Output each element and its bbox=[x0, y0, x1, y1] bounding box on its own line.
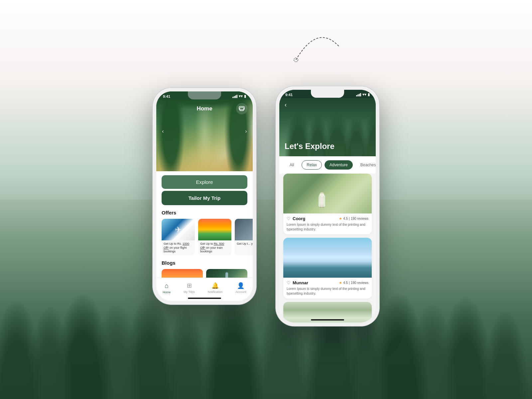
dest-info-munnar: ♡ Munnar ★ 4.5 | 190 reviews Lorem Ipsum… bbox=[283, 278, 372, 299]
phone-1-screen: 9:41 ▾▾ ▮ bbox=[156, 91, 253, 301]
dest-card-munnar: ♡ Munnar ★ 4.5 | 190 reviews Lorem Ipsum… bbox=[283, 238, 372, 299]
nav-item-notification[interactable]: 🔔 Notification bbox=[208, 282, 223, 294]
dashed-arrow bbox=[293, 27, 342, 66]
battery-icon-p1: ▮ bbox=[244, 94, 246, 98]
rating-sep-coorg: | bbox=[349, 217, 350, 220]
nav-label-notification: Notification bbox=[208, 290, 223, 294]
blogs-title: Blogs bbox=[156, 260, 253, 269]
mytrips-icon: ⊞ bbox=[187, 282, 192, 289]
phone-2-notch bbox=[311, 90, 344, 98]
filter-tab-relax[interactable]: Relax bbox=[302, 160, 322, 170]
heart-icon-munnar: ♡ bbox=[287, 280, 291, 285]
rating-value-coorg: 4.5 bbox=[343, 217, 348, 220]
dest-desc-munnar: Lorem Ipsum is simply dummy text of the … bbox=[287, 287, 368, 296]
tailor-my-trip-button[interactable]: Tailor My Trip bbox=[162, 191, 247, 205]
reviews-coorg: 190 reviews bbox=[351, 217, 368, 220]
offer-text-0: Get Up to Rs. 1000 Off* on your flight b… bbox=[162, 240, 195, 255]
star-icon-coorg: ★ bbox=[339, 216, 342, 221]
hero-section: 9:41 ▾▾ ▮ bbox=[156, 91, 253, 171]
signal-icon-p1 bbox=[232, 95, 237, 98]
reviews-munnar: 190 reviews bbox=[351, 281, 368, 285]
carousel-left-arrow[interactable]: ‹ bbox=[159, 127, 167, 135]
phones-container: 9:41 ▾▾ ▮ bbox=[0, 0, 532, 399]
filter-tabs: All Relax Adventure Beaches Treaking bbox=[279, 156, 376, 174]
heart-icon-coorg: ♡ bbox=[287, 216, 291, 221]
rating-value-munnar: 4.5 bbox=[343, 281, 348, 285]
notification-icon: 🔔 bbox=[211, 282, 219, 289]
offer-text-1: Get Up to Rs. 500 Off* on your train boo… bbox=[198, 240, 231, 255]
dest-card-coorg: ♡ Coorg ★ 4.5 | 190 reviews Lorem Ipsum … bbox=[283, 174, 372, 234]
dest-desc-coorg: Lorem Ipsum is simply dummy text of the … bbox=[287, 222, 368, 232]
offer-card-2: Get Up t... your hot... bbox=[235, 219, 253, 255]
filter-tab-beaches[interactable]: Beaches bbox=[355, 160, 376, 170]
phone2-hero: 9:41 ▾▾ ▮ ‹ Let's Exp bbox=[279, 90, 376, 156]
status-time-p1: 9:41 bbox=[163, 94, 170, 98]
offer-image-flight bbox=[162, 219, 195, 240]
status-icons-p1: ▾▾ ▮ bbox=[232, 94, 246, 98]
offer-image-sunset bbox=[198, 219, 231, 240]
nav-item-home[interactable]: ⌂ Home bbox=[163, 282, 171, 294]
back-button[interactable]: ‹ bbox=[285, 101, 287, 108]
explore-page-title: Let's Explore bbox=[285, 142, 334, 151]
chat-icon[interactable] bbox=[236, 103, 247, 114]
offer-image-hotel bbox=[235, 219, 253, 240]
dest-info-coorg: ♡ Coorg ★ 4.5 | 190 reviews Lorem Ipsum … bbox=[283, 213, 372, 234]
svg-rect-5 bbox=[320, 204, 322, 208]
dest-image-munnar bbox=[283, 238, 372, 278]
offer-text-2: Get Up t... your hot... bbox=[235, 240, 253, 248]
offer-card-1: Get Up to Rs. 500 Off* on your train boo… bbox=[198, 219, 231, 255]
phone-2-screen: 9:41 ▾▾ ▮ ‹ Let's Exp bbox=[279, 90, 376, 323]
svg-point-3 bbox=[320, 192, 324, 197]
offers-title: Offers bbox=[156, 210, 253, 219]
dest-image-coorg bbox=[283, 174, 372, 213]
status-bar-phone1: 9:41 ▾▾ ▮ bbox=[156, 91, 253, 100]
home-indicator-p2 bbox=[311, 319, 344, 321]
account-icon: 👤 bbox=[237, 282, 244, 289]
dest-rating-munnar: ★ 4.5 | 190 reviews bbox=[339, 281, 368, 285]
nav-label-mytrips: My Trips bbox=[184, 290, 195, 294]
filter-tab-adventure[interactable]: Adventure bbox=[325, 160, 353, 170]
svg-rect-6 bbox=[322, 204, 324, 208]
explore-button[interactable]: Explore bbox=[162, 175, 247, 189]
nav-label-account: Account bbox=[235, 290, 246, 294]
offers-scroll: Get Up to Rs. 1000 Off* on your flight b… bbox=[156, 219, 253, 260]
svg-rect-2 bbox=[240, 107, 244, 111]
bottom-nav: ⌂ Home ⊞ My Trips 🔔 Notification 👤 Accou… bbox=[156, 278, 253, 301]
nav-label-home: Home bbox=[163, 291, 171, 294]
home-icon: ⌂ bbox=[165, 282, 169, 290]
phone-2: 9:41 ▾▾ ▮ ‹ Let's Exp bbox=[276, 86, 379, 326]
home-indicator-p1 bbox=[188, 298, 221, 299]
nav-item-account[interactable]: 👤 Account bbox=[235, 282, 246, 294]
dest-name-coorg: Coorg bbox=[293, 216, 305, 221]
filter-tab-all[interactable]: All bbox=[285, 160, 299, 170]
destination-list: ♡ Coorg ★ 4.5 | 190 reviews Lorem Ipsum … bbox=[279, 174, 376, 323]
svg-rect-4 bbox=[320, 197, 324, 204]
dest-name-munnar: Munnar bbox=[293, 280, 308, 285]
offer-card-0: Get Up to Rs. 1000 Off* on your flight b… bbox=[162, 219, 195, 255]
carousel-right-arrow[interactable]: › bbox=[242, 127, 250, 135]
dest-rating-coorg: ★ 4.5 | 190 reviews bbox=[339, 216, 368, 221]
wifi-icon-p1: ▾▾ bbox=[239, 94, 243, 98]
nav-item-mytrips[interactable]: ⊞ My Trips bbox=[184, 282, 195, 294]
hero-title: Home bbox=[173, 105, 236, 112]
star-icon-munnar: ★ bbox=[339, 281, 342, 285]
phone-1: 9:41 ▾▾ ▮ bbox=[153, 88, 256, 304]
